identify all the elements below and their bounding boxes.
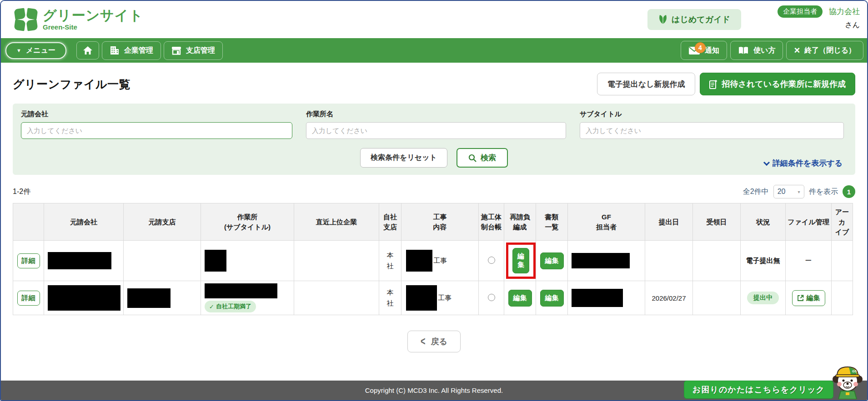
company-type-label: 協力会社 xyxy=(829,6,860,17)
col-header-submit-date: 提出日 xyxy=(645,203,693,241)
total-count-prefix: 全2件中 xyxy=(743,187,769,197)
redacted-gf-manager xyxy=(572,289,623,307)
own-period-complete-badge: ✓ 自社工期満了 xyxy=(205,301,256,312)
status-text: 電子提出無 xyxy=(746,257,780,264)
help-button[interactable]: お困りのかたはこちらをクリック xyxy=(684,381,833,399)
col-header-work-content: 工事 内容 xyxy=(401,203,479,241)
beginner-mark-icon xyxy=(658,15,667,25)
mascot-character[interactable]: GS xyxy=(831,365,864,399)
menu-label: メニュー xyxy=(26,46,55,55)
redacted-prime-branch xyxy=(127,288,171,308)
nav-tab-branch-management[interactable]: 支店管理 xyxy=(164,41,223,60)
show-detail-conditions-link[interactable]: 詳細条件を表示する xyxy=(764,158,843,168)
page-number-button[interactable]: 1 xyxy=(843,185,855,198)
submit-date-cell: 2026/02/27 xyxy=(645,281,693,315)
detail-toggle-label: 詳細条件を表示する xyxy=(773,158,843,168)
result-range: 1-2件 xyxy=(13,187,30,197)
col-header-upper-company: 直近上位企業 xyxy=(294,203,379,241)
nav-tab-company-management[interactable]: 企業管理 xyxy=(102,41,161,60)
notification-button[interactable]: 4 通知 xyxy=(681,41,727,60)
subtitle-input[interactable] xyxy=(580,122,844,139)
notification-label: 通知 xyxy=(705,46,719,55)
notification-count-badge: 4 xyxy=(695,42,706,53)
logo-title: グリーンサイト xyxy=(43,9,143,22)
storefront-icon xyxy=(171,46,181,55)
exit-button[interactable]: × 終了（閉じる） xyxy=(786,41,863,60)
col-header-gf-manager: GF 担当者 xyxy=(568,203,645,241)
document-list-edit-button[interactable]: 編集 xyxy=(540,252,564,269)
document-list-edit-button[interactable]: 編集 xyxy=(540,290,564,307)
create-without-esubmit-button[interactable]: 電子提出なし新規作成 xyxy=(597,73,696,95)
field-label-prime-contractor: 元請会社 xyxy=(21,110,292,119)
receive-date-cell xyxy=(693,241,741,281)
reset-search-button[interactable]: 検索条件をリセット xyxy=(360,148,447,168)
own-branch-cell: 本社 xyxy=(379,281,401,315)
beginner-guide-button[interactable]: はじめてガイド xyxy=(647,9,741,30)
app-window: グリーンサイト Green-Site はじめてガイド 企業担当者 協力会社 さん… xyxy=(0,0,868,401)
detail-button[interactable]: 詳細 xyxy=(17,291,40,306)
subcontract-edit-button[interactable]: 編集 xyxy=(512,248,529,273)
file-management-cell: ー xyxy=(786,241,832,281)
document-plus-icon xyxy=(709,79,717,89)
prime-contractor-input[interactable] xyxy=(21,122,292,139)
col-header-detail xyxy=(13,203,44,241)
green-file-table: 元請会社 元請支店 作業所 (サブタイトル) 直近上位企業 自社 支店 工事 内… xyxy=(13,203,853,315)
home-button[interactable] xyxy=(76,41,99,59)
copyright-text: Copyright (C) MCD3 Inc. All Rights Reser… xyxy=(365,386,503,394)
col-header-prime-branch: 元請支店 xyxy=(124,203,201,241)
back-button[interactable]: < 戻る xyxy=(407,331,461,352)
chevron-down-icon xyxy=(763,159,770,165)
detail-button[interactable]: 詳細 xyxy=(17,253,40,268)
create-on-invited-site-label: 招待されている作業所に新規作成 xyxy=(722,79,846,89)
redacted-site-name xyxy=(205,250,226,272)
status-badge: 提出中 xyxy=(747,292,779,304)
howto-button[interactable]: 使い方 xyxy=(730,41,783,60)
col-header-own-branch: 自社 支店 xyxy=(379,203,401,241)
chevron-left-icon: < xyxy=(421,335,426,348)
total-count-suffix: 件を表示 xyxy=(809,187,838,197)
app-logo[interactable]: グリーンサイト Green-Site xyxy=(15,8,143,31)
howto-label: 使い方 xyxy=(753,46,775,55)
create-on-invited-site-button[interactable]: 招待されている作業所に新規作成 xyxy=(700,73,855,95)
submit-date-cell xyxy=(645,241,693,281)
site-name-input[interactable] xyxy=(306,122,566,139)
list-meta-row: 1-2件 全2件中 20 ▾ 件を表示 1 xyxy=(13,185,855,198)
redacted-work-content xyxy=(406,250,432,272)
work-suffix: 工事 xyxy=(433,257,447,265)
page-title: グリーンファイル一覧 xyxy=(13,77,130,92)
check-icon: ✓ xyxy=(209,303,214,310)
search-button[interactable]: 検索 xyxy=(457,148,508,168)
red-highlight-box: 編集 xyxy=(506,243,536,279)
col-header-prime-contractor: 元請会社 xyxy=(44,203,124,241)
construction-ledger-radio[interactable] xyxy=(488,294,495,301)
col-header-receive-date: 受領日 xyxy=(693,203,741,241)
per-page-value: 20 xyxy=(778,188,786,196)
own-branch-cell: 本社 xyxy=(379,241,401,281)
role-badge: 企業担当者 xyxy=(778,5,823,18)
user-block: 企業担当者 協力会社 さん xyxy=(778,5,860,30)
construction-ledger-radio[interactable] xyxy=(488,257,495,264)
subcontract-edit-button[interactable]: 編集 xyxy=(508,290,532,307)
field-label-subtitle: サブタイトル xyxy=(580,110,844,119)
file-management-edit-button[interactable]: 編集 xyxy=(792,290,825,306)
svg-text:GS: GS xyxy=(852,370,857,373)
exit-label: 終了（閉じる） xyxy=(804,46,856,55)
table-row: 詳細 本社 工事 編集 編集 電子提出無 ー xyxy=(13,241,853,281)
per-page-select[interactable]: 20 ▾ xyxy=(773,185,804,198)
search-panel: 元請会社 作業所名 サブタイトル 検索条件をリセット xyxy=(13,104,855,175)
menu-button[interactable]: ▼ メニュー xyxy=(5,42,66,59)
caret-down-icon: ▾ xyxy=(798,189,800,194)
home-icon xyxy=(83,46,93,55)
nav-tab-label: 企業管理 xyxy=(124,46,153,55)
redacted-prime-contractor xyxy=(48,252,111,269)
col-header-construction-ledger: 施工体 制台帳 xyxy=(479,203,504,241)
clover-logo-icon xyxy=(15,8,37,31)
own-period-complete-label: 自社工期満了 xyxy=(216,302,251,311)
beginner-guide-label: はじめてガイド xyxy=(672,14,730,25)
redacted-work-content xyxy=(406,285,437,311)
redacted-gf-manager xyxy=(572,253,630,268)
building-icon xyxy=(110,46,120,55)
col-header-file-management: ファイル管理 xyxy=(786,203,832,241)
logo-subtitle: Green-Site xyxy=(43,24,143,30)
redacted-prime-contractor xyxy=(48,285,120,311)
